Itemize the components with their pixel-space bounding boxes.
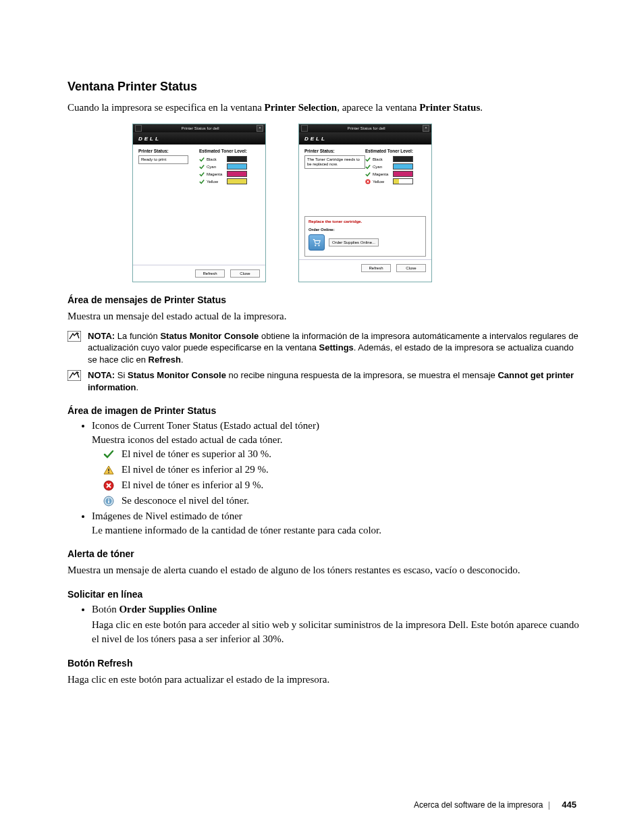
bullet-list-3: Botón Order Supplies Online [92, 604, 579, 615]
toner-name: Black [373, 157, 393, 161]
t: Settings [319, 342, 354, 353]
button-row: Refresh Close [299, 259, 431, 276]
error-icon [365, 179, 371, 184]
note-1: NOTA: La función Status Monitor Console … [68, 330, 579, 366]
titlebar: Printer Status for dell × [299, 124, 431, 132]
toner-name: Yellow [207, 180, 227, 184]
toner-bar [227, 171, 247, 177]
check-icon [199, 179, 205, 184]
heading-refresh: Botón Refresh [68, 658, 579, 669]
icon-desc-text: El nivel de tóner es superior al 30 %. [122, 448, 271, 460]
note-2: NOTA: Si Status Monitor Console no recib… [68, 369, 579, 393]
title-text: Printer Status for dell [310, 126, 423, 130]
toner-name: Magenta [373, 172, 393, 176]
warning-icon [103, 465, 115, 475]
heading-area-img: Área de imagen de Printer Status [68, 405, 579, 416]
toner-row-yellow: Yellow [365, 178, 426, 184]
title-text: Printer Status for dell [144, 126, 257, 130]
footer-sep: | [548, 800, 550, 810]
titlebar: Printer Status for dell × [133, 124, 265, 132]
toner-label: Estimated Toner Level: [199, 149, 260, 153]
order-row: Order Supplies Online... [308, 234, 422, 251]
t: Refresh [149, 355, 181, 365]
toner-row-magenta: Magenta [365, 171, 426, 177]
app-icon [301, 125, 308, 132]
t: no recibe ninguna respuesta de la impres… [226, 370, 498, 380]
alerta-para: Muestra un mensaje de alerta cuando el e… [68, 563, 579, 577]
icon-desc-text: El nivel de tóner es inferior al 9 %. [122, 479, 263, 491]
svg-rect-4 [68, 370, 81, 381]
toner-bar [227, 156, 247, 162]
intro-pre: Cuando la impresora se especifica en la … [68, 102, 265, 113]
bullet-images: Imágenes de Nivel estimado de tóner [92, 511, 579, 522]
status-col: Printer Status: Ready to print [138, 149, 199, 209]
svg-point-1 [315, 245, 316, 246]
intro-mid: , aparece la ventana [337, 102, 419, 113]
refresh-para: Haga clic en este botón para actualizar … [68, 673, 579, 686]
toner-name: Yellow [373, 180, 393, 184]
toner-label: Estimated Toner Level: [365, 149, 426, 153]
note-label: NOTA: [88, 370, 115, 380]
intro-end: . [480, 102, 483, 113]
svg-rect-10 [108, 500, 109, 503]
icon-desc-text: Se desconoce el nivel del tóner. [122, 495, 249, 506]
bullet-list-2: Imágenes de Nivel estimado de tóner [92, 511, 579, 522]
heading-solicitar: Solicitar en línea [68, 589, 579, 600]
check-icon [365, 157, 371, 162]
alert-box: Replace the toner cartridge. Order Onlin… [304, 216, 426, 257]
check-icon [103, 449, 115, 460]
toner-row-cyan: Cyan [365, 163, 426, 170]
check-icon [365, 172, 371, 177]
brand-bar: DELL [299, 132, 431, 145]
check-icon [365, 164, 371, 170]
toner-row-cyan: Cyan [199, 163, 260, 170]
area-msg-para: Muestra un mensaje del estado actual de … [68, 309, 579, 323]
page-footer: Acerca del software de la impresora | 44… [414, 800, 576, 810]
status-box: Ready to print [138, 155, 188, 164]
page-content: Ventana Printer Status Cuando la impreso… [68, 80, 579, 693]
icon-desc-error: El nivel de tóner es inferior al 9 %. [103, 479, 579, 491]
refresh-button[interactable]: Refresh [195, 269, 225, 278]
t: Status Monitor Console [160, 331, 259, 341]
svg-rect-6 [108, 472, 109, 473]
toner-list: Black Cyan Magenta Yellow [199, 156, 260, 184]
solicitar-desc: Haga clic en este botón para acceder al … [92, 618, 579, 646]
svg-rect-3 [68, 331, 81, 342]
icon-desc-unknown: Se desconoce el nivel del tóner. [103, 495, 579, 506]
bullet-images-sub: Le mantiene informado de la cantidad de … [92, 525, 579, 536]
toner-bar [227, 178, 247, 184]
screenshot-ready: Printer Status for dell × DELL Printer S… [132, 124, 266, 282]
close-button[interactable]: Close [230, 269, 260, 278]
info-icon [103, 496, 115, 506]
t: . [181, 355, 184, 365]
t: . [136, 382, 139, 392]
t: Si [115, 370, 128, 380]
heading-main: Ventana Printer Status [68, 80, 579, 94]
toner-bar [227, 163, 247, 170]
intro-paragraph: Cuando la impresora se especifica en la … [68, 101, 579, 114]
screenshot-warning: Printer Status for dell × DELL Printer S… [298, 124, 432, 282]
brand-label: DELL [138, 136, 161, 142]
svg-rect-11 [108, 498, 109, 500]
close-button[interactable]: Close [396, 264, 426, 272]
toner-col: Estimated Toner Level: Black Cyan Magent… [199, 149, 260, 209]
toner-bar [393, 178, 413, 184]
order-supplies-button[interactable]: Order Supplies Online... [329, 238, 379, 246]
error-icon [103, 480, 115, 491]
bullet-order-button: Botón Order Supplies Online [92, 604, 579, 615]
order-online-label: Order Online: [308, 228, 422, 232]
icon-desc-warn: El nivel de tóner es inferior al 29 %. [103, 464, 579, 475]
note-icon [68, 370, 82, 384]
status-box: The Toner Cartridge needs to be replaced… [304, 155, 365, 169]
close-icon[interactable]: × [423, 125, 429, 132]
toner-row-black: Black [199, 156, 260, 162]
bullet-list-1: Iconos de Current Toner Status (Estado a… [92, 420, 579, 432]
close-icon[interactable]: × [257, 125, 263, 132]
svg-point-2 [318, 245, 319, 246]
toner-row-magenta: Magenta [199, 171, 260, 177]
intro-b2: Printer Status [419, 102, 480, 113]
refresh-button[interactable]: Refresh [361, 264, 391, 272]
status-col: Printer Status: The Toner Cartridge need… [304, 149, 365, 209]
screenshot-row: Printer Status for dell × DELL Printer S… [132, 124, 579, 282]
app-icon [135, 125, 142, 132]
